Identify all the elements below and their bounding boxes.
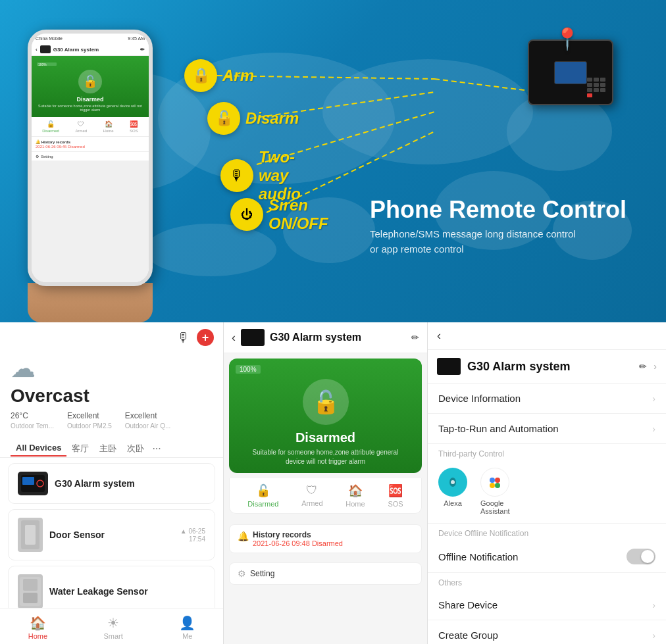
mp-back-button[interactable]: ‹ <box>232 331 236 345</box>
door-sensor-timestamp: ▲ 06-25 17:54 <box>180 527 205 543</box>
alarm-name: G30 Alarm system <box>55 478 205 489</box>
svg-point-2 <box>322 59 533 164</box>
mode-home[interactable]: 🏠Home <box>103 120 114 133</box>
tab-living-room[interactable]: 客厅 <box>66 440 94 457</box>
alarm-thumb <box>18 472 48 495</box>
device-card-door[interactable]: Door Sensor ▲ 06-25 17:54 <box>8 509 215 560</box>
air-detail: Excellent Outdoor Air Q... <box>125 410 170 431</box>
mode-sos[interactable]: 🆘SOS <box>130 120 138 133</box>
weather-title: Overcast <box>11 385 213 407</box>
mp-setting[interactable]: ⚙ Setting <box>229 562 422 585</box>
tab-master-bedroom[interactable]: 主卧 <box>94 440 122 457</box>
alarm-device-thumb-icon <box>21 475 45 492</box>
smart-nav-icon: ☀ <box>107 615 119 631</box>
rp-others-header: Others <box>428 573 666 590</box>
me-nav-icon: 👤 <box>179 615 195 631</box>
mp-edit-icon[interactable]: ✏ <box>411 332 419 343</box>
disarm-label: Disarm <box>245 109 299 128</box>
mp-battery: 100% <box>236 365 261 374</box>
rp-automation-chevron: › <box>652 424 655 434</box>
rp-device-info-chevron: › <box>652 393 655 404</box>
tab-all-devices[interactable]: All Devices <box>11 440 66 457</box>
google-assistant-item[interactable]: GoogleAssistant <box>480 468 510 515</box>
siren-label: Siren ON/OFF <box>269 196 328 233</box>
mp-history-title: History records <box>253 530 413 539</box>
pm25-detail: Excellent Outdoor PM2.5 <box>67 410 112 431</box>
lp-topbar: 🎙 + <box>0 322 223 346</box>
nav-smart[interactable]: ☀ Smart <box>104 615 123 640</box>
sos-mode-icon: 🆘 <box>388 483 403 498</box>
bottom-nav: 🏠 Home ☀ Smart 👤 Me <box>0 608 224 644</box>
svg-point-23 <box>495 483 500 488</box>
alexa-logo-icon <box>445 474 461 490</box>
google-icon <box>480 468 509 497</box>
offline-section: Device Offline Notification Offline Noti… <box>428 524 666 573</box>
mp-mode-home[interactable]: 🏠 Home <box>346 483 365 508</box>
disarmed-mode-icon: 🔓 <box>256 483 270 498</box>
rp-edit-icon[interactable]: ✏ <box>639 361 647 372</box>
rp-menu-item-share[interactable]: Share Device › <box>428 590 666 620</box>
banner: 🔒 Arm 🔓 Disarm 🎙 Two-way audio ⏻ Siren O… <box>0 0 666 322</box>
left-panel: 🎙 + ☁ Overcast 26°C Outdoor Tem... Excel… <box>0 322 224 644</box>
toggle-knob <box>641 550 654 563</box>
phone-sub-text: Suitable for someone home,zone attribute… <box>32 104 149 112</box>
rp-create-group-chevron: › <box>652 630 655 641</box>
device-screen <box>554 61 587 84</box>
mp-mode-armed[interactable]: 🛡 Armed <box>301 483 322 508</box>
phone-setting[interactable]: ⚙Setting <box>32 151 149 161</box>
weather-section: ☁ Overcast 26°C Outdoor Tem... Excellent… <box>0 346 223 436</box>
mp-mode-disarmed[interactable]: 🔓 Disarmed <box>247 483 278 508</box>
mp-sub-text: Suitable for someone home,zone attribute… <box>236 448 415 466</box>
mode-armed[interactable]: 🛡Armed <box>75 120 87 133</box>
lock-status-icon: 🔓 <box>78 70 102 93</box>
svg-point-22 <box>490 483 495 488</box>
add-button[interactable]: + <box>197 329 214 346</box>
mp-history-content: History records 2021-06-26 09:48 Disarme… <box>253 530 413 547</box>
device-keypad <box>587 78 605 97</box>
device-list: G30 Alarm system Door Sensor ▲ 06-25 17:… <box>0 458 223 628</box>
device-card-alarm[interactable]: G30 Alarm system <box>8 463 215 504</box>
mp-alarm-area: 100% 🔓 Disarmed Suitable for someone hom… <box>229 359 422 473</box>
mic-icon[interactable]: 🎙 <box>177 330 190 345</box>
rp-share-chevron: › <box>652 600 655 610</box>
rp-header: ‹ <box>428 322 666 350</box>
nav-me[interactable]: 👤 Me <box>179 615 195 640</box>
rp-menu-item-device-info[interactable]: Device Information › <box>428 384 666 414</box>
settings-icon: ⚙ <box>238 568 246 579</box>
mp-history[interactable]: 🔔 History records 2021-06-26 09:48 Disar… <box>229 524 422 553</box>
offline-toggle-label: Offline Notification <box>438 551 518 562</box>
tab-second-bedroom[interactable]: 次卧 <box>122 440 149 457</box>
alexa-item[interactable]: Alexa <box>438 468 467 515</box>
rp-device-thumb <box>437 358 461 375</box>
svg-point-18 <box>451 480 455 484</box>
tab-more-icon[interactable]: ··· <box>152 443 161 455</box>
mp-mode-sos[interactable]: 🆘 SOS <box>388 483 403 508</box>
temp-detail: 26°C Outdoor Tem... <box>11 410 54 431</box>
google-assistant-icon <box>486 474 503 491</box>
offline-toggle-row: Offline Notification <box>428 541 666 572</box>
rp-automation-label: Tap-to-Run and Automation <box>438 423 559 434</box>
location-pin-icon: 📍 <box>554 26 580 51</box>
rp-menu-item-automation[interactable]: Tap-to-Run and Automation › <box>428 414 666 444</box>
panels-container: 🎙 + ☁ Overcast 26°C Outdoor Tem... Excel… <box>0 322 666 644</box>
google-assistant-label: GoogleAssistant <box>480 499 510 515</box>
rp-back-button[interactable]: ‹ <box>437 329 441 343</box>
mp-device-thumb <box>241 329 265 346</box>
mp-lock-icon: 🔓 <box>303 379 349 425</box>
door-sensor-info: Door Sensor <box>49 530 174 540</box>
phone-status: Disarmed <box>76 96 103 103</box>
door-sensor-thumb <box>18 518 43 552</box>
rp-menu-item-create-group[interactable]: Create Group › <box>428 620 666 644</box>
nav-home[interactable]: 🏠 Home <box>28 615 47 640</box>
home-nav-icon: 🏠 <box>30 615 46 631</box>
mp-status: Disarmed <box>295 430 355 445</box>
rp-device-section: G30 Alarm system ✏ › <box>428 350 666 384</box>
svg-point-20 <box>490 478 495 483</box>
remote-title: Phone Remote Control <box>370 197 627 223</box>
mp-history-detail: 2021-06-26 09:48 Disarmed <box>253 539 413 547</box>
remote-control-section: Phone Remote Control Telephone/SMS messa… <box>370 197 627 257</box>
arm-label: Arm <box>222 66 254 85</box>
alexa-label: Alexa <box>444 499 462 507</box>
mode-disarmed[interactable]: 🔓Disarmed <box>42 120 59 133</box>
offline-toggle-switch[interactable] <box>627 549 655 564</box>
